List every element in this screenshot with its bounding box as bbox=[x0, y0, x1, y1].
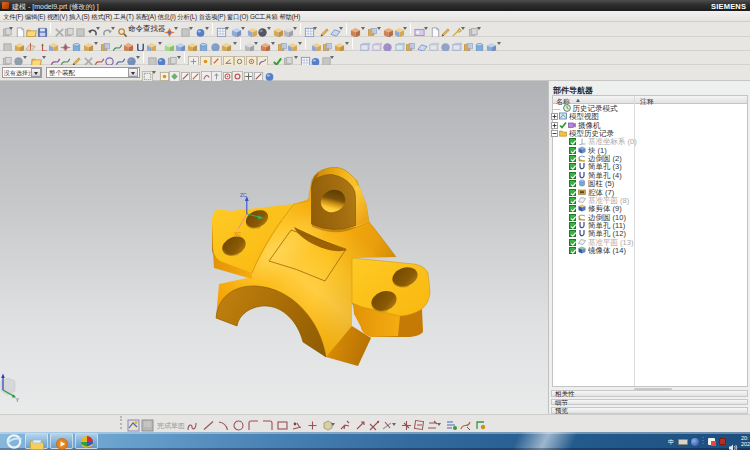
svg-text:Y: Y bbox=[16, 397, 20, 403]
svg-text:XC: XC bbox=[234, 231, 241, 237]
svg-text:ZC: ZC bbox=[240, 192, 247, 198]
